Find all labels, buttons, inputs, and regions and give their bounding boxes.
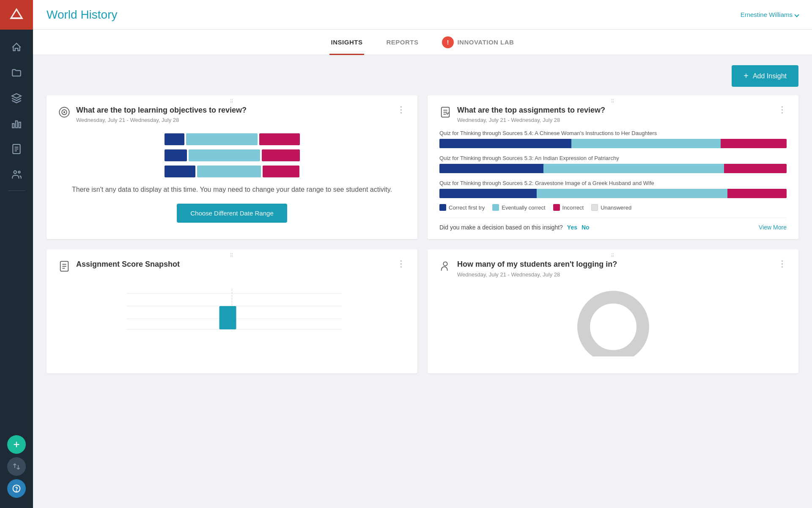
tab-insights[interactable]: INSIGHTS xyxy=(329,30,365,55)
sidebar-item-document[interactable] xyxy=(0,136,33,162)
bar-row-3 xyxy=(165,166,300,177)
legend-label: Correct first try xyxy=(449,204,485,211)
card-title-block: Assignment Score Snapshot xyxy=(76,260,391,269)
assignment-label: Quiz for Thinking through Sources 5.4: A… xyxy=(439,130,787,136)
legend-label: Incorrect xyxy=(562,204,584,211)
card-subtitle: Wednesday, July 21 - Wednesday, July 28 xyxy=(457,271,772,278)
card-header: Assignment Score Snapshot ⋮ xyxy=(58,260,406,274)
legend-correct-first: Correct first try xyxy=(439,204,485,211)
card-score-snapshot: ⠿ Assignment Score Snapshot ⋮ xyxy=(47,249,417,373)
sidebar-item-people[interactable] xyxy=(0,162,33,187)
bar-dark xyxy=(165,149,187,161)
tab-innovation-lab[interactable]: ! INNOVATION LAB xyxy=(440,30,516,55)
svg-point-32 xyxy=(592,306,634,348)
add-insight-label: Add Insight xyxy=(753,72,787,80)
assignment-2: Quiz for Thinking through Sources 5.3: A… xyxy=(439,155,787,173)
bar-light xyxy=(197,166,261,177)
assignment-label: Quiz for Thinking through Sources 5.3: A… xyxy=(439,155,787,161)
add-insight-row: + Add Insight xyxy=(47,65,798,87)
view-more-link[interactable]: View More xyxy=(759,224,787,231)
bar-red xyxy=(263,166,299,177)
add-insight-button[interactable]: + Add Insight xyxy=(732,65,798,87)
sidebar-item-home[interactable] xyxy=(0,35,33,60)
svg-point-12 xyxy=(16,491,17,491)
choose-date-button[interactable]: Choose Different Date Range xyxy=(177,204,287,223)
bar-eventual xyxy=(543,164,724,173)
transfer-button[interactable] xyxy=(7,457,26,476)
sidebar-item-layers[interactable] xyxy=(0,86,33,111)
yes-link[interactable]: Yes xyxy=(567,224,577,231)
card-title-block: What are the top learning objectives to … xyxy=(76,105,391,123)
bar-dark xyxy=(165,133,185,145)
card-header: What are the top assignments to review? … xyxy=(439,105,787,123)
sidebar-item-folder[interactable] xyxy=(0,60,33,86)
card-title: What are the top assignments to review? xyxy=(457,105,772,115)
sidebar xyxy=(0,0,33,508)
card-subtitle: Wednesday, July 21 - Wednesday, July 28 xyxy=(457,117,772,123)
sidebar-nav xyxy=(0,30,33,435)
app-logo[interactable] xyxy=(0,0,33,30)
bar-red xyxy=(262,149,299,161)
user-menu[interactable]: Ernestine Williams xyxy=(741,11,798,18)
user-name: Ernestine Williams xyxy=(741,11,793,18)
card-menu-button[interactable]: ⋮ xyxy=(778,105,787,114)
bar-dark xyxy=(165,166,195,177)
assignment-1: Quiz for Thinking through Sources 5.4: A… xyxy=(439,130,787,148)
legend-dot xyxy=(492,204,499,211)
card-menu-button[interactable]: ⋮ xyxy=(778,260,787,268)
bar-incorrect xyxy=(721,139,787,148)
bar-light xyxy=(189,149,260,161)
drag-handle[interactable]: ⠿ xyxy=(611,99,615,105)
add-button[interactable] xyxy=(7,435,26,454)
legend-incorrect: Incorrect xyxy=(553,204,584,211)
svg-point-8 xyxy=(18,171,20,173)
bar-correct xyxy=(439,139,571,148)
bar-red xyxy=(259,133,299,145)
svg-rect-0 xyxy=(12,124,14,128)
svg-point-15 xyxy=(64,112,65,113)
bar-correct xyxy=(439,189,537,198)
assignment-bar xyxy=(439,139,787,148)
legend-label: Unanswered xyxy=(601,204,631,211)
tab-bar: INSIGHTS REPORTS ! INNOVATION LAB xyxy=(33,30,812,55)
card-students-logging: ⠿ How many of my students aren't logging… xyxy=(428,249,798,373)
assignment-bar xyxy=(439,164,787,173)
card-menu-button[interactable]: ⋮ xyxy=(397,105,406,114)
legend-eventually: Eventually correct xyxy=(492,204,545,211)
svg-rect-1 xyxy=(16,121,17,128)
bar-incorrect xyxy=(727,189,787,198)
drag-handle[interactable]: ⠿ xyxy=(611,253,615,259)
assignment-label: Quiz for Thinking through Sources 5.2: G… xyxy=(439,180,787,186)
drag-handle[interactable]: ⠿ xyxy=(230,99,234,105)
card-top-assignments: ⠿ What are the top assignments to review… xyxy=(428,95,798,239)
legend-dot xyxy=(591,204,598,211)
legend-label: Eventually correct xyxy=(502,204,545,211)
innovation-icon: ! xyxy=(442,36,454,48)
top-header: World History Ernestine Williams xyxy=(33,0,812,30)
legend-dot xyxy=(553,204,560,211)
decision-row: Did you make a decision based on this in… xyxy=(439,218,787,231)
bar-eventual xyxy=(571,139,721,148)
decision-question: Did you make a decision based on this in… xyxy=(439,224,563,231)
card-menu-button[interactable]: ⋮ xyxy=(397,260,406,268)
sidebar-bottom xyxy=(7,435,26,508)
no-data-message: There isn't any data to display at this … xyxy=(58,184,406,195)
tab-reports[interactable]: REPORTS xyxy=(384,30,420,55)
card-learning-objectives: ⠿ What are the top learning objectives t… xyxy=(47,95,417,239)
students-icon xyxy=(439,260,451,274)
score-icon xyxy=(58,260,70,274)
drag-handle[interactable]: ⠿ xyxy=(230,253,234,259)
sidebar-item-chart[interactable] xyxy=(0,111,33,136)
bar-incorrect xyxy=(724,164,787,173)
card-title: What are the top learning objectives to … xyxy=(76,105,391,115)
card-title: Assignment Score Snapshot xyxy=(76,260,391,269)
no-link[interactable]: No xyxy=(582,224,590,231)
objectives-icon xyxy=(58,106,70,120)
bar-correct xyxy=(439,164,543,173)
card-header: How many of my students aren't logging i… xyxy=(439,260,787,277)
score-chart-svg xyxy=(58,285,406,336)
help-button[interactable] xyxy=(7,479,26,498)
plus-icon: + xyxy=(743,71,749,81)
bar-light xyxy=(186,133,258,145)
card-subtitle: Wednesday, July 21 - Wednesday, July 28 xyxy=(76,117,391,123)
